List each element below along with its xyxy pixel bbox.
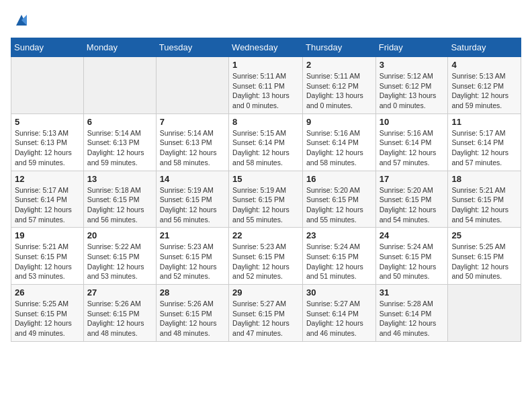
day-info: Sunrise: 5:27 AMSunset: 6:14 PMDaylight:… [306,299,372,338]
day-number: 20 [87,230,152,240]
day-number: 17 [380,174,445,184]
calendar-cell: 10Sunrise: 5:16 AMSunset: 6:14 PMDayligh… [375,113,448,171]
day-number: 19 [15,230,80,240]
day-info: Sunrise: 5:13 AMSunset: 6:12 PMDaylight:… [451,71,517,111]
logo-icon [12,11,31,30]
calendar-cell: 27Sunrise: 5:26 AMSunset: 6:15 PMDayligh… [83,285,156,342]
day-info: Sunrise: 5:19 AMSunset: 6:15 PMDaylight:… [160,185,225,225]
calendar-cell: 1Sunrise: 5:11 AMSunset: 6:11 PMDaylight… [229,57,303,114]
day-info: Sunrise: 5:11 AMSunset: 6:11 PMDaylight:… [232,71,299,111]
calendar-cell: 5Sunrise: 5:13 AMSunset: 6:13 PMDaylight… [11,113,84,171]
day-info: Sunrise: 5:27 AMSunset: 6:15 PMDaylight:… [232,299,299,338]
calendar-cell: 20Sunrise: 5:22 AMSunset: 6:15 PMDayligh… [83,228,156,285]
day-number: 13 [87,174,152,184]
day-info: Sunrise: 5:28 AMSunset: 6:14 PMDaylight:… [380,299,445,338]
calendar-cell: 14Sunrise: 5:19 AMSunset: 6:15 PMDayligh… [156,171,228,228]
day-number: 9 [306,117,372,127]
day-number: 10 [380,117,445,127]
day-info: Sunrise: 5:14 AMSunset: 6:13 PMDaylight:… [87,128,152,168]
day-info: Sunrise: 5:16 AMSunset: 6:14 PMDaylight:… [380,128,445,168]
day-info: Sunrise: 5:23 AMSunset: 6:15 PMDaylight:… [232,242,299,281]
day-number: 16 [306,174,372,184]
calendar-cell: 2Sunrise: 5:11 AMSunset: 6:12 PMDaylight… [303,57,376,114]
logo [11,11,31,30]
calendar-cell: 31Sunrise: 5:28 AMSunset: 6:14 PMDayligh… [375,285,448,342]
day-header-wednesday: Wednesday [229,38,303,57]
day-number: 29 [232,287,299,298]
calendar-cell: 4Sunrise: 5:13 AMSunset: 6:12 PMDaylight… [448,57,521,114]
day-number: 30 [306,287,372,298]
day-info: Sunrise: 5:25 AMSunset: 6:15 PMDaylight:… [15,299,80,338]
day-info: Sunrise: 5:26 AMSunset: 6:15 PMDaylight:… [87,299,152,338]
calendar-cell: 7Sunrise: 5:14 AMSunset: 6:13 PMDaylight… [156,113,228,171]
day-info: Sunrise: 5:17 AMSunset: 6:14 PMDaylight:… [15,185,80,225]
week-row-4: 19Sunrise: 5:21 AMSunset: 6:15 PMDayligh… [11,228,521,285]
day-header-sunday: Sunday [11,38,84,57]
day-number: 11 [451,117,517,127]
day-number: 8 [232,117,299,127]
day-header-saturday: Saturday [448,38,521,57]
day-number: 21 [160,230,225,240]
calendar-cell: 3Sunrise: 5:12 AMSunset: 6:12 PMDaylight… [375,57,448,114]
calendar-cell [11,57,84,114]
day-info: Sunrise: 5:26 AMSunset: 6:15 PMDaylight:… [160,299,225,338]
day-number: 2 [306,60,372,70]
day-number: 1 [232,60,299,70]
day-header-thursday: Thursday [303,38,376,57]
day-number: 7 [160,117,225,127]
day-info: Sunrise: 5:20 AMSunset: 6:15 PMDaylight:… [380,185,445,225]
calendar-cell: 30Sunrise: 5:27 AMSunset: 6:14 PMDayligh… [303,285,376,342]
day-header-tuesday: Tuesday [156,38,228,57]
calendar-table: SundayMondayTuesdayWednesdayThursdayFrid… [11,38,521,342]
calendar-cell: 22Sunrise: 5:23 AMSunset: 6:15 PMDayligh… [229,228,303,285]
day-number: 25 [451,230,517,240]
day-number: 18 [451,174,517,184]
day-info: Sunrise: 5:13 AMSunset: 6:13 PMDaylight:… [15,128,80,168]
day-number: 26 [15,287,80,298]
day-info: Sunrise: 5:18 AMSunset: 6:15 PMDaylight:… [87,185,152,225]
day-number: 22 [232,230,299,240]
day-info: Sunrise: 5:17 AMSunset: 6:14 PMDaylight:… [451,128,517,168]
day-number: 24 [380,230,445,240]
day-info: Sunrise: 5:24 AMSunset: 6:15 PMDaylight:… [306,242,372,281]
calendar-cell: 19Sunrise: 5:21 AMSunset: 6:15 PMDayligh… [11,228,84,285]
calendar-cell: 13Sunrise: 5:18 AMSunset: 6:15 PMDayligh… [83,171,156,228]
day-info: Sunrise: 5:20 AMSunset: 6:15 PMDaylight:… [306,185,372,225]
day-number: 15 [232,174,299,184]
day-info: Sunrise: 5:15 AMSunset: 6:14 PMDaylight:… [232,128,299,168]
calendar-cell: 16Sunrise: 5:20 AMSunset: 6:15 PMDayligh… [303,171,376,228]
calendar-cell: 11Sunrise: 5:17 AMSunset: 6:14 PMDayligh… [448,113,521,171]
calendar-cell [448,285,521,342]
calendar-cell: 12Sunrise: 5:17 AMSunset: 6:14 PMDayligh… [11,171,84,228]
day-info: Sunrise: 5:21 AMSunset: 6:15 PMDaylight:… [15,242,80,281]
page-header [11,11,521,30]
day-info: Sunrise: 5:19 AMSunset: 6:15 PMDaylight:… [232,185,299,225]
day-number: 14 [160,174,225,184]
calendar-cell: 24Sunrise: 5:24 AMSunset: 6:15 PMDayligh… [375,228,448,285]
calendar-cell: 25Sunrise: 5:25 AMSunset: 6:15 PMDayligh… [448,228,521,285]
calendar-cell: 15Sunrise: 5:19 AMSunset: 6:15 PMDayligh… [229,171,303,228]
day-header-friday: Friday [375,38,448,57]
calendar-cell: 26Sunrise: 5:25 AMSunset: 6:15 PMDayligh… [11,285,84,342]
day-info: Sunrise: 5:11 AMSunset: 6:12 PMDaylight:… [306,71,372,111]
calendar-cell: 9Sunrise: 5:16 AMSunset: 6:14 PMDaylight… [303,113,376,171]
week-row-5: 26Sunrise: 5:25 AMSunset: 6:15 PMDayligh… [11,285,521,342]
day-number: 3 [380,60,445,70]
week-row-1: 1Sunrise: 5:11 AMSunset: 6:11 PMDaylight… [11,57,521,114]
day-number: 5 [15,117,80,127]
day-info: Sunrise: 5:22 AMSunset: 6:15 PMDaylight:… [87,242,152,281]
day-number: 23 [306,230,372,240]
day-number: 27 [87,287,152,298]
day-info: Sunrise: 5:23 AMSunset: 6:15 PMDaylight:… [160,242,225,281]
calendar-cell: 18Sunrise: 5:21 AMSunset: 6:15 PMDayligh… [448,171,521,228]
calendar-cell: 23Sunrise: 5:24 AMSunset: 6:15 PMDayligh… [303,228,376,285]
day-number: 28 [160,287,225,298]
day-info: Sunrise: 5:24 AMSunset: 6:15 PMDaylight:… [380,242,445,281]
calendar-cell: 8Sunrise: 5:15 AMSunset: 6:14 PMDaylight… [229,113,303,171]
day-info: Sunrise: 5:25 AMSunset: 6:15 PMDaylight:… [451,242,517,281]
calendar-cell: 6Sunrise: 5:14 AMSunset: 6:13 PMDaylight… [83,113,156,171]
calendar-cell [156,57,228,114]
day-info: Sunrise: 5:16 AMSunset: 6:14 PMDaylight:… [306,128,372,168]
calendar-cell: 29Sunrise: 5:27 AMSunset: 6:15 PMDayligh… [229,285,303,342]
day-info: Sunrise: 5:21 AMSunset: 6:15 PMDaylight:… [451,185,517,225]
